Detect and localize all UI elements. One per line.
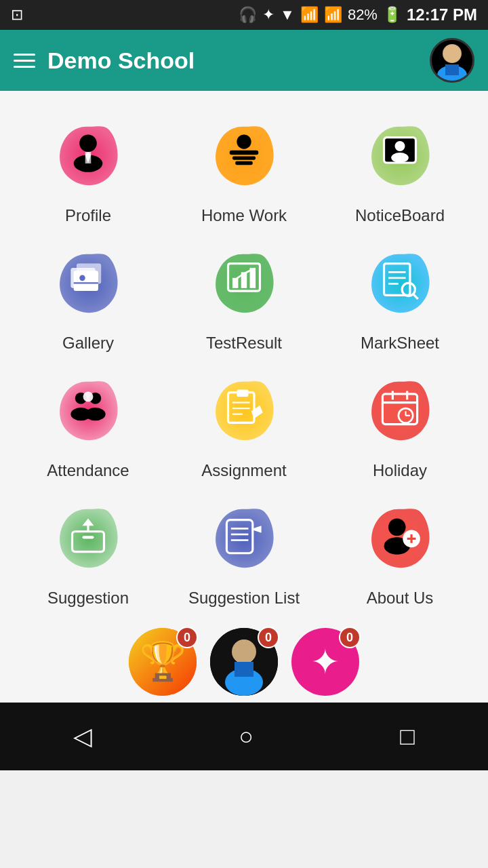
svg-point-33: [85, 408, 106, 420]
svg-point-13: [395, 141, 405, 151]
app-title: Demo School: [47, 47, 195, 74]
star-button[interactable]: ✦ 0: [291, 628, 359, 696]
icon-blob-homework: [200, 111, 288, 199]
battery-icon: 🔋: [383, 6, 401, 24]
status-left: ⊡: [11, 6, 23, 24]
trophy-badge: 0: [176, 627, 198, 648]
item-label-suggestionlist: Suggestion List: [188, 589, 300, 608]
recents-button[interactable]: □: [400, 722, 415, 751]
icon-blob-assignment: [200, 366, 288, 454]
icon-holiday: [378, 385, 422, 436]
icon-blob-suggestion: [44, 494, 132, 582]
item-label-attendance: Attendance: [47, 461, 129, 480]
svg-rect-11: [235, 161, 253, 164]
back-button[interactable]: ◁: [73, 722, 92, 751]
icon-blob-gallery: [44, 239, 132, 327]
user-badge: 0: [258, 627, 279, 648]
grid-item-aboutus[interactable]: About Us: [325, 494, 474, 608]
svg-point-8: [237, 134, 251, 149]
grid-item-suggestion[interactable]: Suggestion: [14, 494, 163, 608]
header: Demo School: [0, 30, 488, 91]
profile-avatar[interactable]: [430, 38, 474, 83]
item-label-noticeboard: NoticeBoard: [355, 206, 445, 225]
item-label-aboutus: About Us: [367, 589, 434, 608]
icon-marksheet: [378, 258, 422, 309]
svg-rect-35: [228, 392, 254, 422]
headphones-icon: 🎧: [239, 6, 257, 24]
icon-blob-holiday: [356, 366, 444, 454]
icon-blob-marksheet: [356, 239, 444, 327]
status-bar: ⊡ 🎧 ✦ ▼ 📶 📶 82% 🔋 12:17 PM: [0, 0, 488, 30]
status-right: 🎧 ✦ ▼ 📶 📶 82% 🔋 12:17 PM: [239, 5, 477, 24]
mi-logo: ⊡: [11, 6, 23, 24]
icon-aboutus: [378, 513, 422, 564]
icon-blob-aboutus: [356, 494, 444, 582]
svg-point-3: [443, 45, 461, 62]
header-left: Demo School: [14, 47, 195, 74]
svg-text:🏆: 🏆: [140, 639, 186, 684]
svg-rect-10: [232, 156, 256, 159]
grid-item-assignment[interactable]: Assignment: [169, 366, 319, 480]
item-label-suggestion: Suggestion: [47, 589, 129, 608]
trophy-button[interactable]: 🏆 0: [129, 628, 197, 696]
grid-item-marksheet[interactable]: MarkSheet: [325, 239, 474, 353]
grid-item-gallery[interactable]: Gallery: [14, 239, 163, 353]
item-label-profile: Profile: [65, 206, 111, 225]
nav-bar: ◁ ○ □: [0, 703, 488, 770]
bluetooth-icon: ✦: [262, 6, 274, 24]
svg-marker-50: [82, 518, 94, 526]
svg-rect-2: [445, 64, 459, 75]
svg-rect-52: [226, 519, 252, 553]
signal-icon: ▼: [280, 6, 295, 24]
svg-point-34: [83, 391, 94, 401]
grid-item-testresult[interactable]: TestResult: [169, 239, 319, 353]
icon-assignment: [222, 385, 266, 436]
battery-text: 82%: [348, 6, 378, 24]
icon-suggestion: [66, 513, 110, 564]
svg-point-19: [79, 275, 85, 281]
grid-item-attendance[interactable]: Attendance: [14, 366, 163, 480]
svg-marker-40: [251, 405, 263, 418]
item-label-marksheet: MarkSheet: [361, 334, 439, 353]
icon-testresult: [222, 258, 266, 309]
icon-gallery: [66, 258, 110, 309]
svg-point-45: [399, 408, 413, 422]
svg-rect-21: [232, 277, 239, 288]
grid-item-suggestionlist[interactable]: Suggestion List: [169, 494, 319, 608]
bottom-action-bar: 🏆 0 0 ✦ 0: [0, 614, 488, 703]
hamburger-line1: [14, 54, 35, 56]
icon-attendance: [66, 385, 110, 436]
item-label-testresult: TestResult: [206, 334, 282, 353]
icon-blob-profile: [44, 111, 132, 199]
main-grid: Profile Home Work: [0, 91, 488, 614]
svg-point-4: [79, 134, 97, 152]
user-button[interactable]: 0: [210, 628, 278, 696]
menu-button[interactable]: [14, 54, 35, 68]
grid-item-profile[interactable]: Profile: [14, 111, 163, 225]
icon-blob-suggestionlist: [200, 494, 288, 582]
svg-rect-9: [230, 150, 259, 154]
grid-item-noticeboard[interactable]: NoticeBoard: [325, 111, 474, 225]
cellular-icon: 📶: [324, 6, 342, 24]
icon-homework: [222, 130, 266, 181]
item-label-gallery: Gallery: [62, 334, 114, 353]
wifi-icon: 📶: [300, 6, 319, 24]
item-label-homework: Home Work: [201, 206, 287, 225]
svg-rect-17: [74, 271, 98, 291]
svg-rect-67: [235, 662, 253, 677]
svg-point-65: [232, 639, 256, 664]
icon-suggestionlist: [222, 513, 266, 564]
item-label-holiday: Holiday: [373, 461, 427, 480]
icon-blob-noticeboard: [356, 111, 444, 199]
grid-item-holiday[interactable]: Holiday: [325, 366, 474, 480]
icon-noticeboard: [378, 130, 422, 181]
star-icon: ✦: [310, 642, 340, 682]
status-time: 12:17 PM: [407, 5, 477, 24]
svg-rect-24: [384, 263, 410, 295]
svg-rect-48: [73, 531, 104, 551]
hamburger-line3: [14, 66, 35, 68]
grid-item-homework[interactable]: Home Work: [169, 111, 319, 225]
home-button[interactable]: ○: [239, 722, 253, 751]
icon-blob-testresult: [200, 239, 288, 327]
item-label-assignment: Assignment: [201, 461, 286, 480]
